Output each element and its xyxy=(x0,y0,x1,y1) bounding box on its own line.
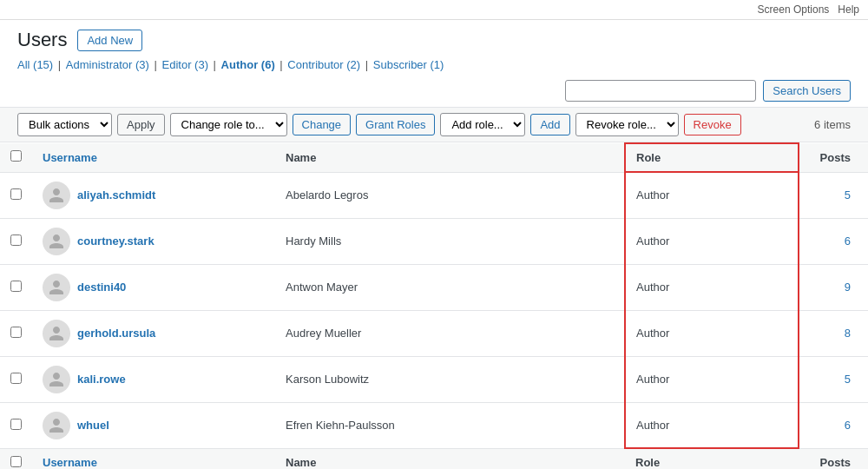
user-posts: 9 xyxy=(799,264,868,310)
username-link[interactable]: aliyah.schmidt xyxy=(77,188,155,201)
page-title: Users xyxy=(17,29,67,51)
filter-contributor[interactable]: Contributor (2) xyxy=(287,58,360,71)
user-posts: 6 xyxy=(799,218,868,264)
filter-author[interactable]: Author (6) xyxy=(221,58,275,71)
items-count: 6 items xyxy=(814,118,851,131)
avatar xyxy=(43,182,70,209)
user-posts: 8 xyxy=(799,310,868,356)
row-checkbox[interactable] xyxy=(10,281,22,292)
filter-subscriber[interactable]: Subscriber (1) xyxy=(373,58,444,71)
user-posts: 6 xyxy=(799,402,868,448)
search-users-button[interactable]: Search Users xyxy=(763,80,851,102)
posts-col-footer: Posts xyxy=(799,448,868,469)
posts-link[interactable]: 6 xyxy=(845,234,851,248)
avatar xyxy=(43,320,70,347)
grant-roles-button[interactable]: Grant Roles xyxy=(356,114,435,135)
table-row: destini40Antwon MayerAuthor9 xyxy=(0,264,868,310)
table-row: gerhold.ursulaAudrey MuellerAuthor8 xyxy=(0,310,868,356)
user-role: Author xyxy=(625,310,799,356)
table-row: kali.roweKarson LubowitzAuthor5 xyxy=(0,356,868,402)
row-checkbox[interactable] xyxy=(10,234,22,246)
row-checkbox[interactable] xyxy=(10,188,22,200)
add-new-button[interactable]: Add New xyxy=(77,30,142,51)
role-col-footer: Role xyxy=(625,448,799,469)
table-row: aliyah.schmidtAbelardo LegrosAuthor5 xyxy=(0,172,868,218)
user-role: Author xyxy=(625,218,799,264)
revoke-button[interactable]: Revoke xyxy=(684,114,741,135)
user-role: Author xyxy=(625,356,799,402)
avatar xyxy=(43,274,70,301)
user-role: Author xyxy=(625,402,799,448)
table-row: whuelEfren Kiehn-PaulssonAuthor6 xyxy=(0,402,868,448)
posts-col-header: Posts xyxy=(799,143,868,172)
username-link[interactable]: gerhold.ursula xyxy=(77,327,155,340)
help-link[interactable]: Help xyxy=(838,3,859,16)
username-link[interactable]: kali.rowe xyxy=(77,373,126,386)
user-posts: 5 xyxy=(799,356,868,402)
bulk-actions-select[interactable]: Bulk actions xyxy=(17,113,112,136)
avatar xyxy=(43,228,70,255)
avatar xyxy=(43,366,70,393)
user-role: Author xyxy=(625,172,799,218)
revoke-role-select[interactable]: Revoke role... xyxy=(575,113,679,136)
user-name: Hardy Mills xyxy=(275,218,625,264)
add-role-select[interactable]: Add role... xyxy=(440,113,525,136)
top-toolbar: Bulk actions Apply Change role to... Cha… xyxy=(0,107,868,142)
add-button[interactable]: Add xyxy=(530,114,569,135)
username-link[interactable]: courtney.stark xyxy=(77,234,155,248)
name-col-footer: Name xyxy=(275,448,625,469)
filter-links: All (15) | Administrator (3) | Editor (3… xyxy=(0,51,868,75)
username-link[interactable]: whuel xyxy=(77,419,109,432)
table-row: courtney.starkHardy MillsAuthor6 xyxy=(0,218,868,264)
top-apply-button[interactable]: Apply xyxy=(117,114,165,135)
change-button[interactable]: Change xyxy=(293,114,352,135)
change-role-select[interactable]: Change role to... xyxy=(170,113,287,136)
search-input[interactable] xyxy=(565,80,756,102)
user-posts: 5 xyxy=(799,172,868,218)
filter-all[interactable]: All (15) xyxy=(17,58,53,71)
posts-link[interactable]: 8 xyxy=(845,327,851,340)
name-col-header: Name xyxy=(275,143,625,172)
user-name: Efren Kiehn-Paulsson xyxy=(275,402,625,448)
user-name: Karson Lubowitz xyxy=(275,356,625,402)
avatar xyxy=(43,412,70,439)
role-col-header: Role xyxy=(625,143,799,172)
posts-link[interactable]: 5 xyxy=(845,188,851,201)
select-all-checkbox-top[interactable] xyxy=(10,150,22,162)
row-checkbox[interactable] xyxy=(10,327,22,338)
posts-link[interactable]: 6 xyxy=(845,419,851,432)
username-col-header[interactable]: Username xyxy=(43,151,97,164)
row-checkbox[interactable] xyxy=(10,373,22,384)
username-link[interactable]: destini40 xyxy=(77,281,126,294)
select-all-checkbox-bottom[interactable] xyxy=(10,456,22,467)
row-checkbox[interactable] xyxy=(10,419,22,430)
posts-link[interactable]: 5 xyxy=(845,373,851,386)
username-col-footer[interactable]: Username xyxy=(43,456,97,469)
filter-editor[interactable]: Editor (3) xyxy=(162,58,208,71)
user-role: Author xyxy=(625,264,799,310)
users-table: Username Name Role Posts aliyah.schmidtA… xyxy=(0,142,868,469)
filter-administrator[interactable]: Administrator (3) xyxy=(66,58,149,71)
user-name: Antwon Mayer xyxy=(275,264,625,310)
user-name: Audrey Mueller xyxy=(275,310,625,356)
posts-link[interactable]: 9 xyxy=(845,281,851,294)
user-name: Abelardo Legros xyxy=(275,172,625,218)
screen-options-link[interactable]: Screen Options xyxy=(758,3,830,16)
